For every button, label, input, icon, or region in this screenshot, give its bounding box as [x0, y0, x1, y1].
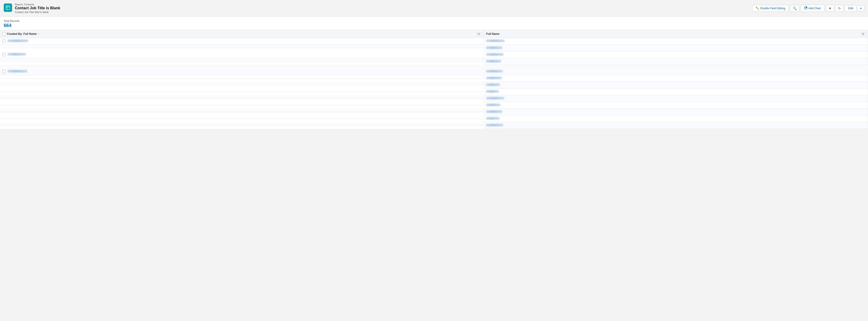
cell-full-name: [484, 109, 868, 115]
table-row: [0, 115, 868, 122]
cell-full-name: [484, 95, 868, 102]
table-row: [0, 122, 868, 129]
full-name-link[interactable]: [486, 53, 503, 56]
full-name-link[interactable]: [486, 124, 503, 127]
svg-rect-5: [8, 6, 8, 6]
created-by-link[interactable]: [7, 39, 28, 43]
table-row: [0, 88, 868, 95]
cell-created-by: [0, 82, 484, 85]
search-button[interactable]: 🔍: [790, 5, 799, 12]
cell-full-name: [484, 38, 868, 45]
cell-created-by: [0, 58, 484, 62]
cell-created-by: [0, 45, 484, 48]
cell-created-by: [0, 75, 484, 79]
edit-label: Edit: [848, 7, 853, 10]
edit-dropdown-button[interactable]: ▼: [858, 5, 864, 11]
cell-created-by: [0, 115, 484, 119]
data-table: Created By: Full Name ↑ ▼ Full Name ▼: [0, 30, 868, 129]
full-name-link[interactable]: [486, 110, 502, 114]
filter-button[interactable]: ▼: [826, 5, 834, 12]
cell-created-by: [0, 109, 484, 112]
full-name-link[interactable]: [486, 47, 502, 50]
full-name-link[interactable]: [486, 39, 504, 43]
table-row: [0, 95, 868, 102]
total-records-label: Total Records: [4, 20, 864, 22]
full-name-link[interactable]: [486, 90, 499, 93]
edit-button[interactable]: Edit: [845, 5, 857, 11]
col-header-full-name: Full Name ▼: [484, 30, 868, 38]
col-created-by-label: Created By: Full Name: [7, 32, 37, 35]
cell-created-by: [0, 51, 484, 58]
cell-full-name: [484, 75, 868, 82]
table-row: [0, 38, 868, 45]
cell-created-by: [0, 88, 484, 92]
summary-bar: Total Records 664: [0, 17, 868, 30]
search-icon: 🔍: [793, 6, 797, 10]
total-records-value: 664: [4, 23, 864, 28]
table-row: [0, 102, 868, 109]
table-header-row: Created By: Full Name ↑ ▼ Full Name ▼: [0, 30, 868, 38]
table-row: [0, 75, 868, 82]
full-name-link[interactable]: [486, 70, 503, 73]
full-name-link[interactable]: [486, 104, 500, 107]
col-full-name-label: Full Name: [486, 32, 499, 35]
cell-full-name: [484, 82, 868, 88]
cell-created-by: [0, 95, 484, 99]
cell-full-name: [484, 51, 868, 58]
svg-rect-3: [6, 6, 7, 6]
svg-rect-4: [7, 6, 8, 6]
table-row: [0, 82, 868, 88]
table-row: [0, 109, 868, 115]
table-container: Created By: Full Name ↑ ▼ Full Name ▼: [0, 30, 868, 129]
full-name-link[interactable]: [486, 77, 502, 80]
col-created-by-filter[interactable]: ▼: [477, 32, 482, 36]
cell-full-name: [484, 122, 868, 129]
cell-full-name: [484, 102, 868, 109]
row-checkbox[interactable]: [2, 70, 6, 73]
cell-full-name: [484, 45, 868, 51]
enable-field-editing-button[interactable]: ✏️ Enable Field Editing: [752, 5, 789, 11]
full-name-link[interactable]: [486, 83, 500, 87]
col-full-name-filter[interactable]: ▼: [861, 32, 865, 36]
table-row: [0, 58, 868, 65]
header-actions: ✏️ Enable Field Editing 🔍 Add Chart ▼ ↻: [752, 5, 864, 12]
chart-icon: [804, 6, 807, 10]
created-by-link[interactable]: [7, 53, 26, 56]
created-by-link[interactable]: [7, 70, 27, 73]
table-row: [0, 45, 868, 51]
app-icon: [4, 3, 12, 12]
sort-asc-icon[interactable]: ↑: [38, 33, 39, 35]
filter-icon: ▼: [829, 6, 832, 10]
header-left: Report: Contacts Contact Job Title is Bl…: [4, 3, 60, 13]
cell-created-by: [0, 102, 484, 106]
cell-full-name: [484, 58, 868, 65]
chevron-down-icon: ▼: [860, 7, 862, 10]
cell-full-name: [484, 68, 868, 75]
cell-created-by: [0, 38, 484, 45]
table-row: [0, 51, 868, 58]
row-checkbox[interactable]: [2, 39, 6, 43]
refresh-icon: ↻: [838, 6, 841, 10]
report-subtitle: Contact Job Title field is blank: [15, 11, 60, 13]
add-chart-button[interactable]: Add Chart: [801, 5, 825, 12]
full-name-link[interactable]: [486, 60, 501, 63]
spacer-row: [0, 65, 868, 68]
report-title: Contact Job Title is Blank: [15, 6, 60, 10]
enable-field-editing-label: Enable Field Editing: [761, 7, 785, 10]
add-chart-label: Add Chart: [809, 7, 821, 10]
col-header-created-by: Created By: Full Name ↑ ▼: [0, 30, 484, 38]
full-name-link[interactable]: [486, 117, 499, 120]
refresh-button[interactable]: ↻: [836, 5, 843, 12]
header-title-group: Report: Contacts Contact Job Title is Bl…: [15, 3, 60, 13]
pencil-icon: ✏️: [755, 6, 759, 10]
cell-full-name: [484, 115, 868, 122]
cell-created-by: [0, 68, 484, 75]
full-name-link[interactable]: [486, 97, 504, 100]
row-checkbox[interactable]: [2, 53, 6, 56]
table-row: [0, 68, 868, 75]
cell-full-name: [484, 88, 868, 95]
page-header: Report: Contacts Contact Job Title is Bl…: [0, 0, 868, 17]
select-all-checkbox[interactable]: [2, 32, 6, 36]
report-prefix-label: Report: Contacts: [15, 3, 60, 6]
cell-created-by: [0, 122, 484, 126]
